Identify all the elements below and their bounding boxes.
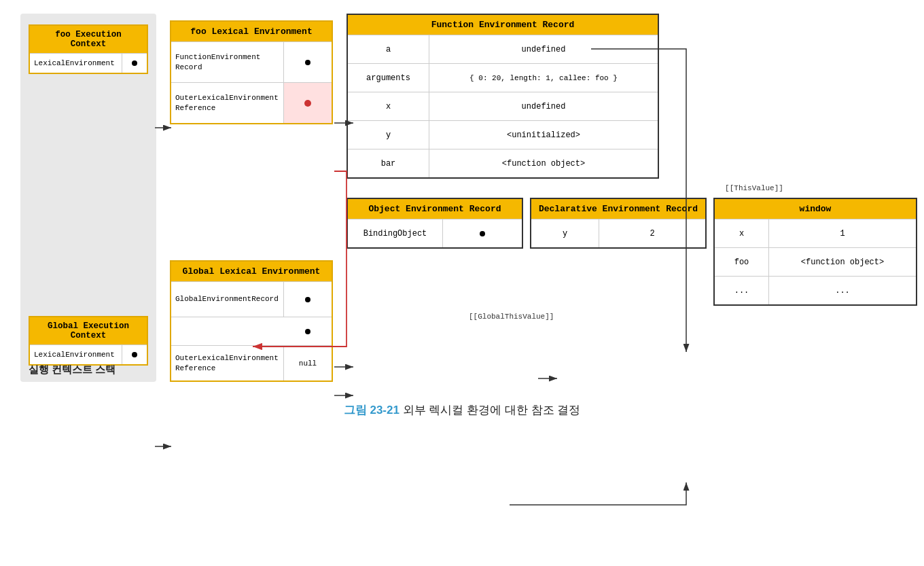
window-row-2: ... ... (715, 276, 916, 304)
diagram-container: foo Execution Context LexicalEnvironment… (20, 14, 904, 418)
func-env-val-3: <uninitialized> (429, 121, 658, 149)
global-lex-env-label-0: GlobalEnvironmentRecord (171, 282, 284, 317)
obj-env-record-box: Object Environment Record BindingObject (346, 198, 523, 249)
foo-lex-env-title: foo Lexical Environment (171, 22, 332, 41)
obj-env-dot (480, 231, 485, 236)
global-lex-env-dot-0a (305, 297, 310, 302)
foo-lex-env-row-1: OuterLexicalEnvironmentReference (171, 82, 332, 123)
foo-ec-label: LexicalEnvironment (30, 54, 122, 73)
foo-lex-env-label-1: OuterLexicalEnvironmentReference (171, 83, 284, 123)
decl-env-record-title: Declarative Environment Record (531, 199, 705, 219)
func-env-record-box: Function Environment Record a undefined … (346, 14, 659, 179)
bottom-row: Object Environment Record BindingObject … (346, 198, 917, 306)
caption-text: 그림 23-21 외부 렉시컬 환경에 대한 참조 결정 (344, 402, 581, 418)
window-row-0: x 1 (715, 219, 916, 247)
foo-ec-dot (122, 54, 147, 73)
func-env-val-1: { 0: 20, length: 1, callee: foo } (429, 64, 658, 92)
global-ec-title: Global Execution Context (30, 317, 147, 344)
global-lex-env-label-2: OuterLexicalEnvironmentReference (171, 346, 284, 381)
window-val-2: ... (769, 277, 916, 304)
func-env-key-1: arguments (348, 64, 429, 92)
this-value-label-container: [[ThisValue]] (598, 184, 910, 195)
global-lex-env-cell-2: null (284, 346, 332, 381)
this-value-label: [[ThisValue]] (725, 184, 783, 192)
func-env-key-4: bar (348, 149, 429, 177)
global-ec-box: Global Execution Context LexicalEnvironm… (29, 316, 148, 366)
global-ec-row: LexicalEnvironment (30, 344, 147, 364)
foo-ec-box: foo Execution Context LexicalEnvironment (29, 24, 148, 74)
top-row: Function Environment Record a undefined … (346, 14, 917, 179)
foo-ec-title: foo Execution Context (30, 26, 147, 53)
decl-env-row-0: y 2 (531, 219, 705, 247)
foo-lex-env-label-0: FunctionEnvironmentRecord (171, 42, 284, 82)
stack-panel: foo Execution Context LexicalEnvironment… (20, 14, 156, 382)
window-key-1: foo (715, 248, 769, 276)
global-lex-env-row-0: GlobalEnvironmentRecord (171, 281, 332, 317)
global-lex-env-cell-1a (284, 317, 332, 345)
func-env-row-2: x undefined (348, 92, 658, 120)
func-env-record-title: Function Environment Record (348, 15, 658, 35)
decl-env-val-0: 2 (599, 219, 705, 247)
func-env-val-4: <function object> (429, 149, 658, 177)
window-row-1: foo <function object> (715, 247, 916, 276)
caption-desc: 외부 렉시컬 환경에 대한 참조 결정 (399, 404, 580, 417)
window-box: window x 1 foo <function object> ... ... (713, 198, 917, 306)
func-env-row-3: y <uninitialized> (348, 120, 658, 149)
window-val-1: <function object> (769, 248, 916, 276)
foo-ec-row: LexicalEnvironment (30, 53, 147, 73)
global-lex-env-cell-0a (284, 282, 332, 317)
foo-lex-env-box: foo Lexical Environment FunctionEnvironm… (170, 20, 333, 124)
caption-fig: 그림 23-21 (344, 404, 399, 417)
global-lex-env-box: Global Lexical Environment GlobalEnviron… (170, 260, 333, 382)
stack-label: 실행 컨텍스트 스택 (29, 364, 116, 376)
global-ec-dot (122, 345, 147, 364)
global-this-area: [[GlobalThisValue]] (346, 310, 917, 321)
func-env-key-3: y (348, 121, 429, 149)
decl-env-key-0: y (531, 219, 599, 247)
window-title: window (715, 199, 916, 219)
global-lex-env-row-2: OuterLexicalEnvironmentReference null (171, 345, 332, 381)
func-env-val-2: undefined (429, 92, 658, 120)
foo-lex-env-cell-0 (284, 42, 332, 82)
global-lex-env-row-1a (171, 317, 332, 345)
func-env-row-1: arguments { 0: 20, length: 1, callee: fo… (348, 63, 658, 92)
window-val-0: 1 (769, 219, 916, 247)
right-area: Function Environment Record a undefined … (346, 14, 917, 382)
middle-area: foo Lexical Environment FunctionEnvironm… (170, 14, 333, 382)
func-env-row-4: bar <function object> (348, 149, 658, 177)
obj-env-record-title: Object Environment Record (348, 199, 522, 219)
foo-lex-env-dot-0 (305, 60, 310, 65)
foo-lex-env-row-0: FunctionEnvironmentRecord (171, 41, 332, 82)
func-env-key-0: a (348, 35, 429, 63)
window-key-2: ... (715, 277, 769, 304)
global-lex-env-title: Global Lexical Environment (171, 262, 332, 281)
func-env-val-0: undefined (429, 35, 658, 63)
obj-env-key-0: BindingObject (348, 219, 443, 247)
caption-area: 그림 23-21 외부 렉시컬 환경에 대한 참조 결정 (344, 402, 581, 418)
global-this-label: [[GlobalThisValue]] (469, 313, 554, 321)
global-ec-label: LexicalEnvironment (30, 345, 122, 364)
this-value-area: [[ThisValue]] (346, 184, 917, 195)
func-env-row-0: a undefined (348, 35, 658, 63)
right-records-col: Declarative Environment Record y 2 (530, 198, 707, 249)
foo-ec-pointer (132, 60, 137, 66)
decl-env-record-box: Declarative Environment Record y 2 (530, 198, 707, 249)
obj-env-row-0: BindingObject (348, 219, 522, 247)
global-lex-env-dot-1a (305, 329, 310, 334)
global-lex-env-label-1a (171, 317, 284, 345)
window-key-0: x (715, 219, 769, 247)
foo-lex-env-cell-1 (284, 83, 332, 123)
foo-lex-env-dot-1 (304, 100, 311, 107)
global-ec-pointer (132, 352, 137, 357)
func-env-key-2: x (348, 92, 429, 120)
obj-env-val-0 (443, 219, 522, 247)
diagram-area: foo Execution Context LexicalEnvironment… (20, 14, 904, 382)
